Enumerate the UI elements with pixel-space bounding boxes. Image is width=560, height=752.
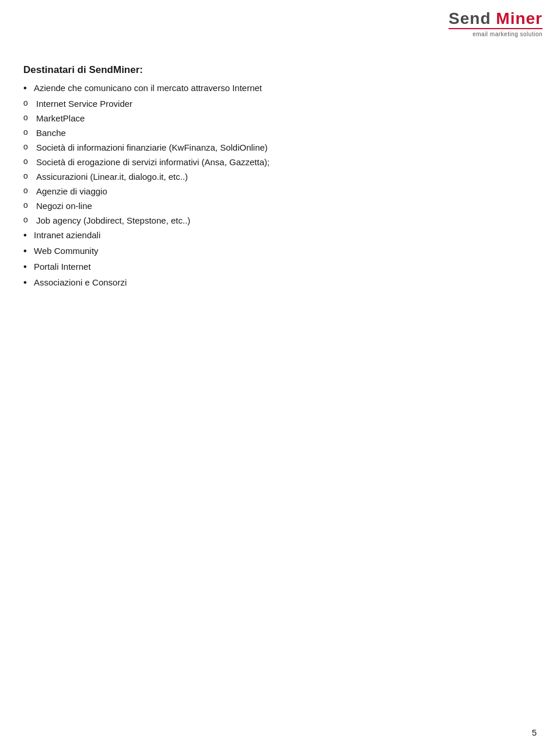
sub-bullet-marketplace: o xyxy=(23,112,36,124)
aziende-sub-list: o Internet Service Provider o MarketPlac… xyxy=(23,98,537,227)
logo-text: Send Miner xyxy=(449,11,542,27)
page-title: Destinatari di SendMiner: xyxy=(23,64,537,76)
list-item-portali: • Portali Internet xyxy=(23,260,537,273)
page-number: 5 xyxy=(532,727,537,737)
logo: Send Miner email marketing solution xyxy=(449,11,542,37)
sub-bullet-job: o xyxy=(23,214,36,226)
list-item-web-community: • Web Community xyxy=(23,245,537,257)
sub-text-agenzie: Agenzie di viaggio xyxy=(36,185,537,197)
bullet-intranet: • xyxy=(23,229,34,242)
sub-item-assicurazioni: o Assicurazioni (Linear.it, dialogo.it, … xyxy=(23,170,537,183)
sub-item-job: o Job agency (Jobdirect, Stepstone, etc.… xyxy=(23,214,537,227)
text-portali: Portali Internet xyxy=(34,260,537,273)
sub-text-banche: Banche xyxy=(36,127,537,139)
sub-bullet-isp: o xyxy=(23,98,36,109)
text-associazioni: Associazioni e Consorzi xyxy=(34,276,537,288)
logo-underline xyxy=(449,28,542,29)
bullet-portali: • xyxy=(23,260,34,273)
sub-bullet-finanziarie: o xyxy=(23,141,36,153)
sub-bullet-agenzie: o xyxy=(23,185,36,197)
sub-item-finanziarie: o Società di informazioni finanziarie (K… xyxy=(23,141,537,154)
logo-tagline: email marketing solution xyxy=(473,31,542,37)
sub-text-erogazione: Società di erogazione di servizi informa… xyxy=(36,156,537,168)
main-content: Destinatari di SendMiner: • Aziende che … xyxy=(23,64,537,289)
sub-text-negozi: Negozi on-line xyxy=(36,200,537,212)
bullet-web-community: • xyxy=(23,245,34,257)
sub-item-isp: o Internet Service Provider xyxy=(23,98,537,110)
sub-item-erogazione: o Società di erogazione di servizi infor… xyxy=(23,156,537,168)
page-container: Send Miner email marketing solution Dest… xyxy=(0,0,560,752)
list-item-associazioni: • Associazioni e Consorzi xyxy=(23,276,537,289)
list-item-aziende: • Aziende che comunicano con il mercato … xyxy=(23,82,537,95)
bottom-bullet-list: • Intranet aziendali • Web Community • P… xyxy=(23,229,537,289)
sub-bullet-banche: o xyxy=(23,127,36,138)
text-aziende: Aziende che comunicano con il mercato at… xyxy=(34,82,537,94)
sub-item-negozi: o Negozi on-line xyxy=(23,200,537,212)
sub-text-finanziarie: Società di informazioni finanziarie (KwF… xyxy=(36,141,537,154)
sub-item-marketplace: o MarketPlace xyxy=(23,112,537,124)
sub-text-marketplace: MarketPlace xyxy=(36,112,537,124)
sub-bullet-negozi: o xyxy=(23,200,36,211)
logo-miner: Miner xyxy=(496,9,542,27)
bullet-associazioni: • xyxy=(23,276,34,289)
text-web-community: Web Community xyxy=(34,245,537,257)
list-item-intranet: • Intranet aziendali xyxy=(23,229,537,242)
sub-text-assicurazioni: Assicurazioni (Linear.it, dialogo.it, et… xyxy=(36,170,537,183)
text-intranet: Intranet aziendali xyxy=(34,229,537,241)
sub-bullet-erogazione: o xyxy=(23,156,36,168)
sub-text-isp: Internet Service Provider xyxy=(36,98,537,110)
bullet-aziende: • xyxy=(23,82,34,95)
sub-text-job: Job agency (Jobdirect, Stepstone, etc..) xyxy=(36,214,537,227)
sub-bullet-assicurazioni: o xyxy=(23,170,36,182)
logo-send: Send xyxy=(449,9,491,27)
sub-item-agenzie: o Agenzie di viaggio xyxy=(23,185,537,197)
sub-item-banche: o Banche xyxy=(23,127,537,139)
main-bullet-list: • Aziende che comunicano con il mercato … xyxy=(23,82,537,95)
